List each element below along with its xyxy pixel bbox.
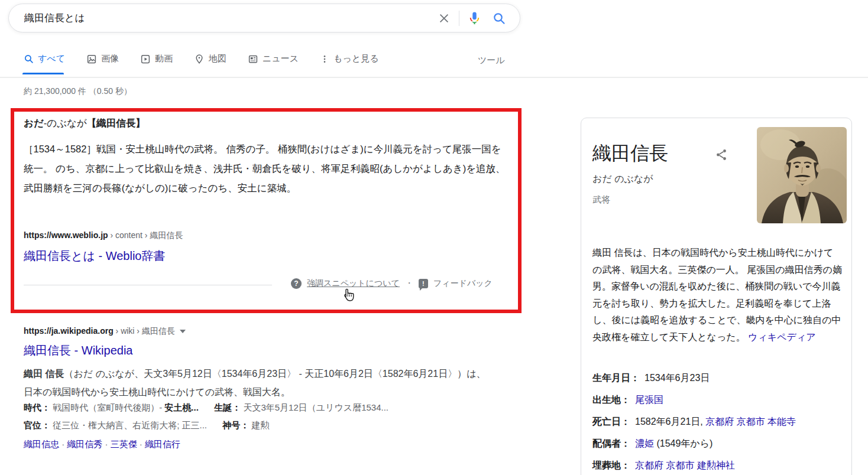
fact-label: 配偶者： [592,438,630,448]
search-input[interactable] [24,12,432,24]
wikipedia-snippet-bold: 織田 信長 [24,369,64,379]
search-bar[interactable] [8,4,520,32]
fact-label: 埋葬地： [592,460,630,470]
link-separator: · [137,439,145,449]
knowledge-panel-description: 織田 信長は、日本の戦国時代から安土桃山時代にかけての武将、戦国大名。三英傑の一… [592,245,842,346]
fact-link[interactable]: 濃姫 [635,438,654,448]
weblio-url-breadcrumb[interactable]: https://www.weblio.jp › content › 織田信長 [24,230,183,241]
snippet-footer: ? 強調スニペットについて ・ ! フィードバック [291,278,493,289]
fact-value: 1582年6月21日, [635,417,705,427]
search-icon [24,54,34,64]
fact-link[interactable]: 京都府 京都市 建勲神社 [635,460,735,470]
tab-images-label: 画像 [101,53,119,64]
voice-search-button[interactable] [462,6,487,31]
related-link[interactable]: 三英傑 [111,439,137,449]
feedback-link[interactable]: フィードバック [433,278,493,289]
wikipedia-attribute-row: 時代： 戦国時代（室町時代後期）- 安土桃... 生誕： 天文3年5月12日（ユ… [24,402,388,414]
attr-value: 建勲 [252,420,270,430]
microphone-icon [467,11,482,25]
related-link[interactable]: 織田信秀 [67,439,102,449]
fact-row-birthplace: 出生地：尾張国 [592,393,796,407]
help-question-icon[interactable]: ? [291,278,302,289]
video-icon [140,54,151,64]
more-vertical-icon [320,54,329,64]
portrait-photo[interactable] [757,127,847,223]
search-icon [492,11,506,25]
attr-label: 時代： [24,402,50,412]
fact-row-burial: 埋葬地：京都府 京都市 建勲神社 [592,458,796,473]
fact-label: 生年月日： [592,373,640,383]
attr-value: 天文3年5月12日（ユリウス暦1534... [243,402,388,412]
result-options-dropdown-icon[interactable] [180,330,186,333]
tab-maps-label: 地図 [209,53,226,64]
wikipedia-url-path: › wiki › 織田信長 [114,326,175,336]
wikipedia-result-title-link[interactable]: 織田信長 - Wikipedia [24,343,132,359]
result-stats: 約 21,300,000 件 （0.50 秒） [24,86,132,97]
knowledge-panel-title: 織田信長 [592,141,668,167]
tab-more[interactable]: もっと見る [320,53,378,64]
tab-maps[interactable]: 地図 [194,53,226,64]
wikipedia-snippet-rest: （おだ のぶなが、天文3年5月12日〈1534年6月23日〉 - 天正10年6月… [24,369,486,397]
fact-row-birthdate: 生年月日：1534年6月23日 [592,371,796,385]
tools-button[interactable]: ツール [478,55,505,66]
oda-nobunaga-portrait-illustration [757,127,847,223]
wikipedia-source-link[interactable]: ウィキペディア [748,332,816,342]
tab-news-label: ニュース [263,53,299,64]
image-icon [86,54,97,64]
wikipedia-snippet: 織田 信長（おだ のぶなが、天文3年5月12日〈1534年6月23日〉 - 天正… [24,365,491,401]
header-divider [0,77,868,78]
tab-videos[interactable]: 動画 [140,53,173,64]
featured-snippet-heading-bold2: 【織田信長】 [87,118,145,128]
featured-snippet-heading-bold1: おだ [24,118,44,128]
fact-link[interactable]: 尾張国 [635,395,663,405]
weblio-url-domain: https://www.weblio.jp [24,230,108,240]
knowledge-panel-subtitle: 武将 [592,194,610,206]
wikipedia-url-domain: https://ja.wikipedia.org [24,326,114,336]
knowledge-panel-facts: 生年月日：1534年6月23日 出生地：尾張国 死亡日：1582年6月21日, … [592,371,796,475]
tab-more-label: もっと見る [333,53,378,64]
featured-snippet-heading: おだ-のぶなが【織田信長】 [24,117,145,130]
knowledge-panel-reading: おだ のぶなが [592,173,653,186]
fact-value: (1549年から) [654,438,712,448]
feedback-icon: ! [419,279,428,288]
result-type-tabs: すべて 画像 動画 地図 ニュース もっと見る [24,53,379,64]
clear-search-button[interactable] [432,6,456,31]
fact-value: 1534年6月23日 [644,373,710,383]
share-button[interactable] [714,148,728,164]
fact-row-deathdate: 死亡日：1582年6月21日, 京都府 京都市 本能寺 [592,415,796,429]
link-separator: · [59,439,67,449]
link-separator: · [102,439,110,449]
tab-videos-label: 動画 [155,53,173,64]
footer-dot-separator: ・ [405,278,413,289]
featured-snippet-heading-normal: -のぶなが [44,118,87,128]
related-entity-links: 織田信忠 · 織田信秀 · 三英傑 · 織田信行 [24,439,180,450]
wikipedia-url-breadcrumb[interactable]: https://ja.wikipedia.org › wiki › 織田信長 [24,326,186,337]
description-text: 織田 信長は、日本の戦国時代から安土桃山時代にかけての武将、戦国大名。三英傑の一… [592,248,842,342]
cursor-hand-icon [341,287,356,304]
snippet-footer-divider [24,285,272,285]
attr-label: 神号： [222,420,249,430]
fact-link[interactable]: 京都府 京都市 本能寺 [705,417,796,427]
fact-label: 死亡日： [592,417,630,427]
close-icon [438,12,451,25]
map-pin-icon [194,54,205,64]
attr-value: 戦国時代（室町時代後期）- [53,402,164,412]
search-submit-button[interactable] [487,6,511,31]
searchbar-divider [459,11,459,26]
tab-all-label: すべて [38,53,65,64]
tab-images[interactable]: 画像 [86,53,119,64]
related-link[interactable]: 織田信行 [145,439,180,449]
news-icon [248,54,258,64]
attr-label: 生誕： [214,402,241,412]
tab-news[interactable]: ニュース [248,53,299,64]
fact-label: 出生地： [592,395,630,405]
featured-snippet-body: ［1534～1582］戦国・安土桃山時代の武将。 信秀の子。 桶狭間(おけはざま… [24,139,506,198]
wikipedia-attribute-row: 官位： 従三位・権大納言、右近衛大将; 正三... 神号： 建勲 [24,420,270,431]
weblio-result-title-link[interactable]: 織田信長とは - Weblio辞書 [24,248,165,264]
attr-label: 官位： [24,420,50,430]
attr-value-highlight: 安土桃... [164,402,199,412]
share-icon [714,148,728,162]
related-link[interactable]: 織田信忠 [24,439,59,449]
attr-value: 従三位・権大納言、右近衛大将; 正三... [53,420,207,430]
tab-all[interactable]: すべて [24,53,65,64]
